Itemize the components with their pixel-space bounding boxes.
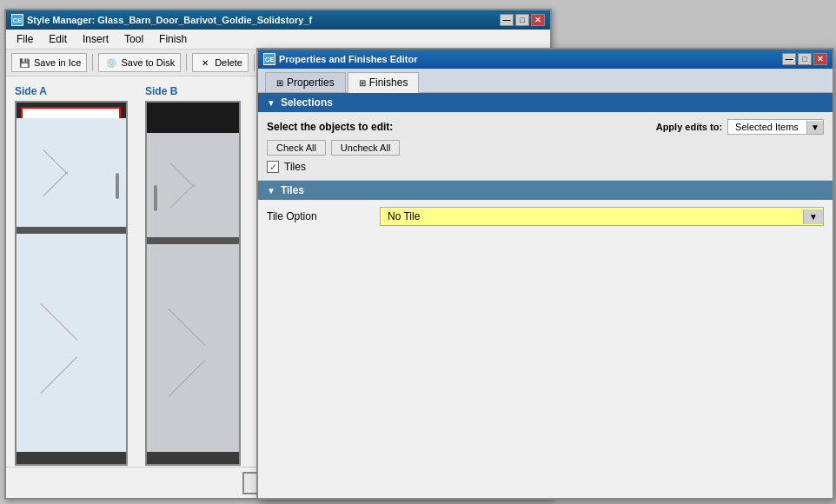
tiles-checkbox-row: ✓ Tiles — [267, 161, 824, 173]
side-b-label: Side B — [145, 85, 177, 97]
door-b-bottom-bar — [147, 452, 239, 464]
toolbar-separator-3 — [254, 54, 255, 71]
window-controls: — □ ✕ — [500, 14, 545, 26]
props-window-controls: — □ ✕ — [782, 53, 827, 65]
side-a-label: Side A — [15, 85, 47, 97]
props-titlebar-left: CE Properties and Finishes Editor — [263, 53, 418, 65]
save-ice-button[interactable]: 💾 Save in Ice — [11, 53, 87, 72]
apply-edits-arrow-icon[interactable]: ▼ — [806, 121, 823, 134]
tile-option-value: No Tile — [381, 208, 803, 225]
tile-option-dropdown[interactable]: No Tile ▼ — [380, 207, 824, 226]
selections-content: Select the objects to edit: Apply edits … — [258, 112, 833, 181]
tiles-section-header: ▼ Tiles — [258, 181, 833, 200]
tiles-checkbox-label: Tiles — [284, 161, 306, 173]
props-app-icon: CE — [263, 53, 275, 65]
tab-finishes[interactable]: ⊞ Finishes — [348, 72, 420, 93]
check-all-button[interactable]: Check All — [267, 140, 326, 156]
maximize-button[interactable]: □ — [515, 14, 529, 26]
tile-option-label: Tile Option — [267, 210, 371, 222]
door-glass-bottom — [17, 234, 126, 452]
door-preview-b — [145, 101, 241, 466]
tab-properties-label: Properties — [287, 76, 335, 89]
props-minimize-button[interactable]: — — [782, 53, 796, 65]
apply-edits-label: Apply edits to: — [656, 122, 722, 132]
tab-finishes-label: Finishes — [369, 76, 408, 89]
menu-file[interactable]: File — [10, 31, 40, 47]
select-objects-label: Select the objects to edit: — [267, 121, 393, 133]
door-middle-bar — [17, 227, 126, 234]
minimize-button[interactable]: — — [500, 14, 514, 26]
toolbar-separator-1 — [92, 54, 93, 71]
props-titlebar: CE Properties and Finishes Editor — □ ✕ — [258, 50, 833, 69]
titlebar-left: CE Style Manager: Glass_Barn_Door_Barivo… — [11, 14, 312, 26]
door-b-handle — [154, 185, 157, 211]
apply-edits-group: Apply edits to: Selected Items ▼ — [656, 119, 824, 135]
door-preview-a: NO TILE NO TILE NO TILE — [15, 101, 128, 466]
uncheck-all-button[interactable]: Uncheck All — [331, 140, 400, 156]
door-b-glass-bottom — [147, 244, 239, 452]
door-b-top-bar — [147, 103, 239, 133]
tiles-section-arrow-icon: ▼ — [267, 186, 275, 196]
menu-finish[interactable]: Finish — [152, 31, 194, 47]
menu-tool[interactable]: Tool — [117, 31, 150, 47]
props-dialog: CE Properties and Finishes Editor — □ ✕ … — [256, 48, 834, 500]
app-icon: CE — [11, 14, 23, 26]
props-maximize-button[interactable]: □ — [798, 53, 812, 65]
door-handle — [116, 173, 119, 199]
tab-properties[interactable]: ⊞ Properties — [265, 72, 346, 92]
finishes-tab-icon: ⊞ — [359, 78, 366, 88]
save-disk-button[interactable]: 💿 Save to Disk — [98, 53, 181, 72]
tiles-content: Tile Option No Tile ▼ — [258, 200, 833, 233]
save-ice-icon: 💾 — [17, 56, 31, 70]
menu-insert[interactable]: Insert — [76, 31, 116, 47]
side-b-panel: Side B — [145, 85, 241, 477]
menu-edit[interactable]: Edit — [42, 31, 74, 47]
selections-arrow-icon: ▼ — [267, 98, 275, 108]
props-title: Properties and Finishes Editor — [279, 54, 418, 64]
apply-edits-dropdown[interactable]: Selected Items ▼ — [727, 119, 824, 135]
properties-tab-icon: ⊞ — [276, 78, 283, 88]
door-b-middle-bar — [147, 237, 239, 244]
apply-edits-value: Selected Items — [728, 120, 806, 134]
tile-option-row: Tile Option No Tile ▼ — [267, 207, 824, 226]
door-bottom-bar — [17, 452, 126, 464]
door-b-glass-top — [147, 133, 239, 237]
door-glass-top — [17, 118, 126, 227]
delete-button[interactable]: ✕ Delete — [192, 53, 249, 72]
check-buttons-row: Check All Uncheck All — [267, 140, 824, 156]
menu-bar: File Edit Insert Tool Finish — [6, 30, 550, 50]
close-button[interactable]: ✕ — [531, 14, 545, 26]
select-objects-row: Select the objects to edit: Apply edits … — [267, 119, 824, 135]
save-ice-label: Save in Ice — [34, 57, 81, 68]
tile-option-arrow-icon[interactable]: ▼ — [803, 209, 823, 224]
selections-header: ▼ Selections — [258, 93, 833, 112]
style-manager-title: Style Manager: Glass_Barn_Door_Barivot_G… — [27, 15, 312, 25]
delete-label: Delete — [215, 57, 242, 68]
tabs-bar: ⊞ Properties ⊞ Finishes — [258, 69, 833, 93]
side-a-panel: Side A NO TILE NO TILE NO TILE — [15, 85, 128, 477]
toolbar-separator-2 — [186, 54, 187, 71]
tiles-checkbox[interactable]: ✓ — [267, 161, 279, 173]
save-disk-label: Save to Disk — [121, 57, 175, 68]
style-manager-titlebar: CE Style Manager: Glass_Barn_Door_Barivo… — [6, 10, 550, 30]
props-close-button[interactable]: ✕ — [813, 53, 827, 65]
tiles-section-title: Tiles — [281, 184, 304, 196]
delete-icon: ✕ — [198, 56, 212, 70]
selections-title: Selections — [281, 96, 333, 109]
save-disk-icon: 💿 — [104, 56, 118, 70]
